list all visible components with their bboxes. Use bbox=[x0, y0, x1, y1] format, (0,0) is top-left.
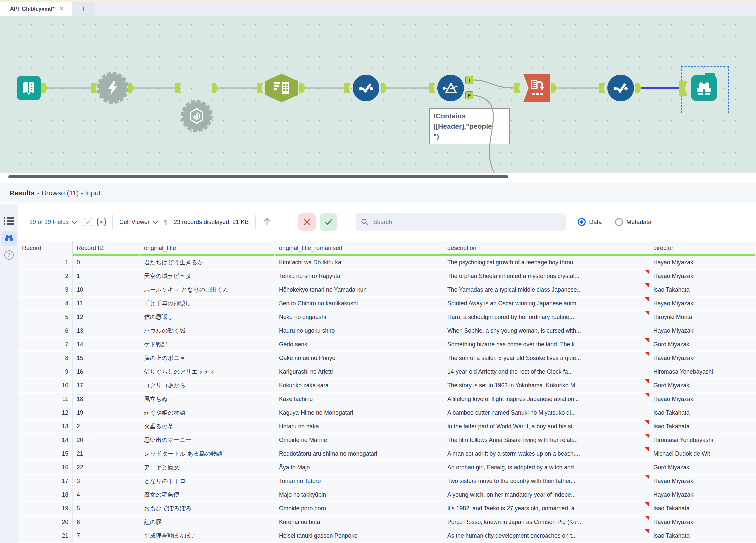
cell-director[interactable]: Hayao Miyazaki bbox=[649, 475, 756, 488]
cell-director[interactable]: Isao Takahata bbox=[649, 406, 756, 419]
cell-record[interactable]: 4 bbox=[18, 297, 73, 310]
annotation-box[interactable]: !Contains ([Header],"people ") bbox=[429, 108, 510, 144]
cell-record[interactable]: 8 bbox=[18, 352, 73, 365]
cell-title[interactable]: ハウルの動く城 bbox=[140, 324, 275, 337]
cell-id[interactable]: 4 bbox=[73, 488, 140, 501]
cell-roman[interactable]: Kokuriko zaka kara bbox=[275, 379, 443, 392]
cell-desc[interactable]: Two sisters move to the country with the… bbox=[443, 475, 649, 488]
table-row[interactable]: 411千と千尋の神隠しSen to Chihiro no kamikakushi… bbox=[18, 297, 756, 310]
cell-roman[interactable]: Gake no ue no Ponyo bbox=[275, 352, 443, 365]
cell-title[interactable]: おもひでぽろぽろ bbox=[140, 502, 275, 515]
cell-desc[interactable]: An orphan girl, Earwig, is adopted by a … bbox=[443, 461, 649, 474]
cell-roman[interactable]: Hotaru no haka bbox=[275, 420, 443, 433]
cell-record[interactable]: 7 bbox=[18, 338, 73, 351]
table-row[interactable]: 310ホーホケキョ となりの山田くんHōhokekyo tonari no Ya… bbox=[18, 283, 756, 296]
table-row[interactable]: 916借りぐらしのアリエッティKarigurashi no Arietti14-… bbox=[18, 365, 756, 378]
canvas-horizontal-scrollbar[interactable] bbox=[8, 175, 508, 178]
table-row[interactable]: 132火垂るの墓Hotaru no hakaIn the latter part… bbox=[18, 420, 756, 433]
cell-desc[interactable]: Haru, a schoolgirl bored by her ordinary… bbox=[443, 311, 649, 324]
cancel-button[interactable] bbox=[298, 213, 316, 231]
cell-roman[interactable]: Karigurashi no Arietti bbox=[275, 365, 443, 378]
output-anchor[interactable] bbox=[299, 83, 306, 93]
cell-record[interactable]: 20 bbox=[18, 516, 73, 529]
output-anchor[interactable] bbox=[381, 83, 387, 93]
cell-id[interactable]: 13 bbox=[73, 324, 140, 337]
cell-title[interactable]: 猫の恩返し bbox=[140, 311, 275, 324]
cell-director[interactable]: Isao Takahata bbox=[649, 529, 756, 542]
cell-director[interactable]: Hiromasa Yonebayashi bbox=[649, 365, 756, 378]
cell-record[interactable]: 15 bbox=[18, 447, 73, 460]
cell-roman[interactable]: Omoide poro poro bbox=[275, 502, 443, 515]
table-row[interactable]: 195おもひでぽろぽろOmoide poro poroIt's 1982, an… bbox=[18, 502, 756, 515]
tab-close-icon[interactable]: × bbox=[60, 5, 63, 12]
input-anchor[interactable] bbox=[344, 83, 350, 93]
cell-desc[interactable]: The story is set in 1963 in Yokohama. Ko… bbox=[443, 379, 649, 392]
cell-roman[interactable]: Tonari no Totoro bbox=[275, 475, 443, 488]
cell-viewer-dropdown[interactable]: Cell Viewer bbox=[119, 219, 157, 226]
deselect-all-icon[interactable] bbox=[97, 218, 106, 226]
cell-director[interactable]: Hayao Miyazaki bbox=[649, 256, 756, 269]
tool-parse[interactable] bbox=[265, 74, 298, 102]
cell-roman[interactable]: Hauru no ugoku shiro bbox=[275, 324, 443, 337]
cell-desc[interactable]: 14-year-old Arrietty and the rest of the… bbox=[443, 365, 649, 378]
table-row[interactable]: 1219かぐや姫の物語Kaguya-Hime no MonogatariA ba… bbox=[18, 406, 756, 419]
input-anchor[interactable] bbox=[514, 83, 520, 93]
cell-roman[interactable]: Tenkū no shiro Rapyuta bbox=[275, 270, 443, 283]
cell-desc[interactable]: In the latter part of World War II, a bo… bbox=[443, 420, 649, 433]
cell-title[interactable]: 魔女の宅急便 bbox=[140, 488, 275, 501]
cell-title[interactable]: となりのトトロ bbox=[140, 475, 275, 488]
cell-roman[interactable]: Majo no takkyūbin bbox=[275, 488, 443, 501]
input-anchor[interactable] bbox=[91, 83, 97, 93]
tool-select-2[interactable] bbox=[607, 75, 634, 101]
cell-desc[interactable]: The Yamadas are a typical middle class J… bbox=[443, 283, 649, 296]
help-button[interactable]: ? bbox=[0, 250, 18, 260]
cell-title[interactable]: 崖の上のポニョ bbox=[140, 352, 275, 365]
table-row[interactable]: 184魔女の宅急便Majo no takkyūbinA young witch,… bbox=[18, 488, 756, 501]
cell-roman[interactable]: Sen to Chihiro no kamikakushi bbox=[275, 297, 443, 310]
table-row[interactable]: 206紅の豚Kurenai no butaPorco Rosso, known … bbox=[18, 516, 756, 529]
cell-id[interactable]: 15 bbox=[73, 352, 140, 365]
cell-director[interactable]: Isao Takahata bbox=[649, 420, 756, 433]
cell-record[interactable]: 16 bbox=[18, 461, 73, 474]
cell-desc[interactable]: Porco Rosso, known in Japan as Crimson P… bbox=[443, 516, 649, 529]
output-anchor[interactable] bbox=[635, 83, 642, 93]
cell-id[interactable]: 0 bbox=[73, 256, 140, 269]
cell-desc[interactable]: It's 1982, and Taeko is 27 years old, un… bbox=[443, 502, 649, 515]
cell-roman[interactable]: Gedo senki bbox=[275, 338, 443, 351]
table-row[interactable]: 714ゲド戦記Gedo senkiSomething bizarre has c… bbox=[18, 338, 756, 351]
cell-desc[interactable]: A young witch, on her mandatory year of … bbox=[443, 488, 649, 501]
cell-director[interactable]: Hayao Miyazaki bbox=[649, 393, 756, 406]
table-row[interactable]: 217平成狸合戦ぽんぽこHeisei tanuki gassen Ponpoko… bbox=[18, 529, 756, 542]
table-row[interactable]: 815崖の上のポニョGake no ue no PonyoThe son of … bbox=[18, 352, 756, 365]
column-header-roman[interactable]: original_title_romanised bbox=[275, 241, 443, 256]
cell-director[interactable]: Gorō Miyazaki bbox=[649, 379, 756, 392]
cell-title[interactable]: 借りぐらしのアリエッティ bbox=[140, 365, 275, 378]
column-header-desc[interactable]: description bbox=[443, 241, 649, 256]
cell-id[interactable]: 2 bbox=[73, 420, 140, 433]
new-tab-button[interactable]: + bbox=[72, 2, 95, 16]
search-input[interactable] bbox=[372, 218, 560, 226]
radio-data[interactable]: Data bbox=[578, 218, 602, 226]
cell-director[interactable]: Gorō Miyazaki bbox=[649, 461, 756, 474]
column-header-record[interactable]: Record bbox=[18, 241, 73, 256]
cell-desc[interactable]: A bamboo cutter named Sanuki no Miyatsuk… bbox=[443, 406, 649, 419]
cell-id[interactable]: 12 bbox=[73, 311, 140, 324]
search-box[interactable] bbox=[356, 213, 566, 231]
tool-select[interactable] bbox=[353, 75, 379, 101]
table-row[interactable]: 512猫の恩返しNeko no ongaeshiHaru, a schoolgi… bbox=[18, 311, 756, 324]
cell-roman[interactable]: Kaguya-Hime no Monogatari bbox=[275, 406, 443, 419]
cell-desc[interactable]: The film follows Anna Sasaki living with… bbox=[443, 434, 649, 447]
tool-browse[interactable] bbox=[691, 75, 717, 101]
cell-record[interactable]: 19 bbox=[18, 502, 73, 515]
cell-id[interactable]: 18 bbox=[73, 393, 140, 406]
column-header-director[interactable]: director bbox=[649, 241, 756, 256]
radio-metadata[interactable]: Metadata bbox=[615, 218, 651, 226]
cell-id[interactable]: 17 bbox=[73, 379, 140, 392]
cell-id[interactable]: 19 bbox=[73, 406, 140, 419]
cell-record[interactable]: 2 bbox=[18, 270, 73, 283]
cell-director[interactable]: Isao Takahata bbox=[649, 502, 756, 515]
cell-roman[interactable]: Hōhokekyo tonari no Yamada-kun bbox=[275, 283, 443, 296]
table-row[interactable]: 1622アーヤと魔女Āya to MajoAn orphan girl, Ear… bbox=[18, 461, 756, 474]
table-row[interactable]: 10君たちはどう生きるかKimitachi wa Dō Ikiru kaThe … bbox=[18, 256, 756, 269]
cell-desc[interactable]: When Sophie, a shy young woman, is curse… bbox=[443, 324, 649, 337]
